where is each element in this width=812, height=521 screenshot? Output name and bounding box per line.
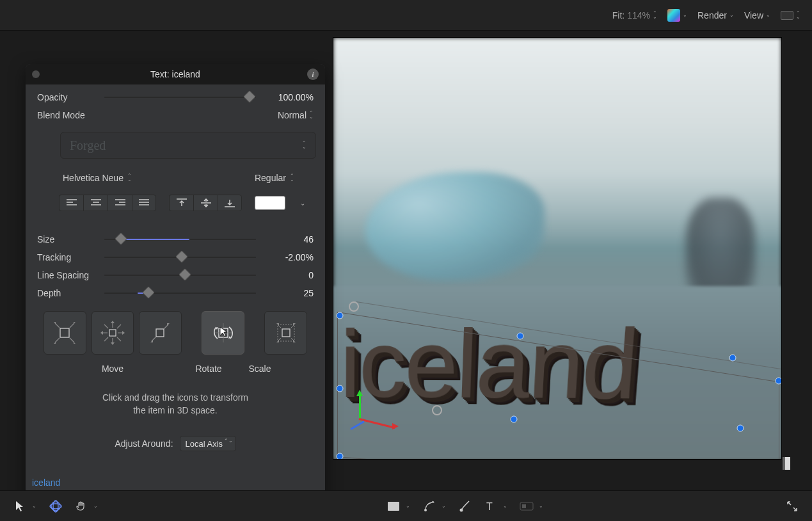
chevron-down-icon[interactable]: ⌄	[503, 503, 509, 509]
move-xy-tool[interactable]	[44, 311, 86, 355]
bbox-handle[interactable]	[337, 385, 344, 392]
valign-top-button[interactable]	[169, 195, 193, 211]
cursor-icon	[219, 326, 248, 355]
pen-tool[interactable]	[421, 498, 438, 515]
svg-rect-9	[388, 502, 399, 511]
font-style-dropdown[interactable]: Regular ⌃⌄	[255, 173, 294, 183]
tracking-label: Tracking	[37, 252, 104, 262]
axis-gizmo[interactable]	[344, 394, 382, 432]
disclosure-chevron-icon[interactable]: ⌄	[298, 198, 307, 207]
layer-name-label[interactable]: iceland	[32, 477, 60, 488]
opacity-slider[interactable]	[104, 92, 256, 102]
help-text: Click and drag the icons to transform th…	[37, 392, 314, 417]
3d-transform-tool[interactable]	[47, 498, 64, 515]
size-slider[interactable]	[104, 234, 256, 244]
chevron-down-icon: ⌄	[729, 13, 734, 17]
bbox-handle[interactable]	[776, 378, 783, 385]
top-toolbar: Fit: 114% ⌃⌄ ⌄ Render ⌄ View ⌄ ⌃⌄	[0, 0, 812, 31]
render-dropdown[interactable]: Render ⌄	[697, 10, 734, 20]
scale-label: Scale	[237, 364, 283, 374]
transform-labels: Move Rotate Scale	[37, 362, 314, 374]
axis-y-icon	[359, 394, 361, 419]
blend-mode-dropdown[interactable]: Normal ⌃⌄	[278, 110, 314, 120]
color-channel-dropdown[interactable]: ⌄	[667, 9, 687, 22]
render-label: Render	[697, 10, 727, 20]
rotate-label: Rotate	[186, 364, 232, 374]
fit-dropdown[interactable]: Fit: 114% ⌃⌄	[612, 10, 657, 20]
text-tool[interactable]: T	[482, 498, 499, 515]
line-spacing-row: Line Spacing 0	[37, 270, 314, 280]
align-right-button[interactable]	[107, 195, 132, 211]
pan-tool[interactable]	[73, 498, 90, 515]
opacity-value: 100.00%	[265, 92, 314, 102]
rectangle-tool[interactable]	[385, 498, 402, 515]
bbox-handle[interactable]	[511, 416, 518, 423]
arrow-tool[interactable]	[12, 498, 28, 515]
chevron-down-icon[interactable]: ⌄	[539, 503, 545, 509]
valign-bottom-button[interactable]	[218, 195, 242, 211]
blend-mode-label: Blend Mode	[37, 110, 104, 120]
font-style-value: Regular	[255, 173, 286, 183]
playhead-marker-icon[interactable]	[785, 457, 790, 470]
align-left-button[interactable]	[59, 195, 83, 211]
line-spacing-label: Line Spacing	[37, 270, 104, 280]
canvas-content: iceland	[333, 38, 781, 459]
blend-mode-value: Normal	[278, 110, 306, 120]
bbox-handle[interactable]	[729, 355, 736, 362]
hud-title: Text: iceland	[150, 69, 200, 79]
tracking-slider[interactable]	[104, 252, 256, 262]
move-z-tool[interactable]	[139, 311, 182, 355]
valign-middle-button[interactable]	[193, 195, 218, 211]
bbox-handle[interactable]	[517, 333, 524, 340]
move-label: Move	[45, 364, 180, 374]
bbox-handle[interactable]	[337, 453, 344, 460]
depth-slider[interactable]	[104, 288, 256, 298]
tracking-value: -2.00%	[265, 252, 314, 262]
viewer: iceland	[0, 31, 812, 472]
line-spacing-value: 0	[265, 270, 314, 280]
layout-dropdown[interactable]: ⌃⌄	[781, 11, 800, 20]
text-color-well[interactable]	[255, 196, 285, 210]
chevron-down-icon[interactable]: ⌄	[32, 503, 38, 509]
fit-label: Fit:	[612, 10, 625, 20]
align-justify-button[interactable]	[132, 195, 156, 211]
bottom-toolbar: ⌄ ⌄ ⌄ ⌄ T ⌄ ⌄	[0, 490, 812, 521]
tracking-row: Tracking -2.00%	[37, 252, 314, 262]
canvas[interactable]: iceland	[333, 37, 782, 460]
chevron-updown-icon: ⌃⌄	[302, 141, 306, 149]
font-family-dropdown[interactable]: Helvetica Neue ⌃⌄	[63, 173, 132, 183]
svg-point-11	[460, 508, 463, 511]
line-spacing-slider[interactable]	[104, 270, 256, 280]
color-gradient-icon	[667, 9, 680, 22]
brush-tool[interactable]	[457, 498, 474, 515]
info-icon[interactable]: i	[307, 68, 319, 80]
text-preset-dropdown[interactable]: Forged ⌃⌄	[60, 132, 316, 159]
opacity-row: Opacity 100.00%	[37, 92, 314, 102]
move-xyz-tool[interactable]	[92, 311, 134, 355]
svg-rect-5	[282, 329, 290, 337]
size-label: Size	[37, 234, 104, 244]
chevron-down-icon: ⌄	[766, 13, 770, 17]
align-center-button[interactable]	[83, 195, 107, 211]
fullscreen-tool[interactable]	[784, 498, 800, 515]
chevron-updown-icon: ⌃⌄	[290, 174, 294, 182]
close-icon[interactable]	[32, 70, 40, 78]
view-dropdown[interactable]: View ⌄	[744, 10, 770, 20]
anchor-handle[interactable]	[432, 405, 442, 415]
hud-titlebar[interactable]: Text: iceland i	[26, 64, 325, 84]
adjust-around-dropdown[interactable]: Local Axis	[180, 436, 236, 451]
chevron-updown-icon: ⌃⌄	[127, 174, 132, 182]
depth-label: Depth	[37, 288, 104, 298]
rotate-tool[interactable]	[202, 311, 244, 355]
scale-tool[interactable]	[264, 311, 307, 355]
mask-tool[interactable]	[518, 498, 535, 515]
chevron-down-icon[interactable]: ⌄	[406, 503, 412, 509]
bbox-handle[interactable]	[337, 312, 344, 319]
transform-tools-row	[37, 311, 314, 355]
bbox-handle[interactable]	[349, 301, 359, 312]
svg-point-10	[424, 509, 427, 511]
bbox-handle[interactable]	[737, 425, 744, 432]
chevron-updown-icon: ⌃⌄	[309, 111, 314, 119]
chevron-down-icon[interactable]: ⌄	[442, 503, 448, 509]
chevron-down-icon[interactable]: ⌄	[93, 503, 100, 509]
